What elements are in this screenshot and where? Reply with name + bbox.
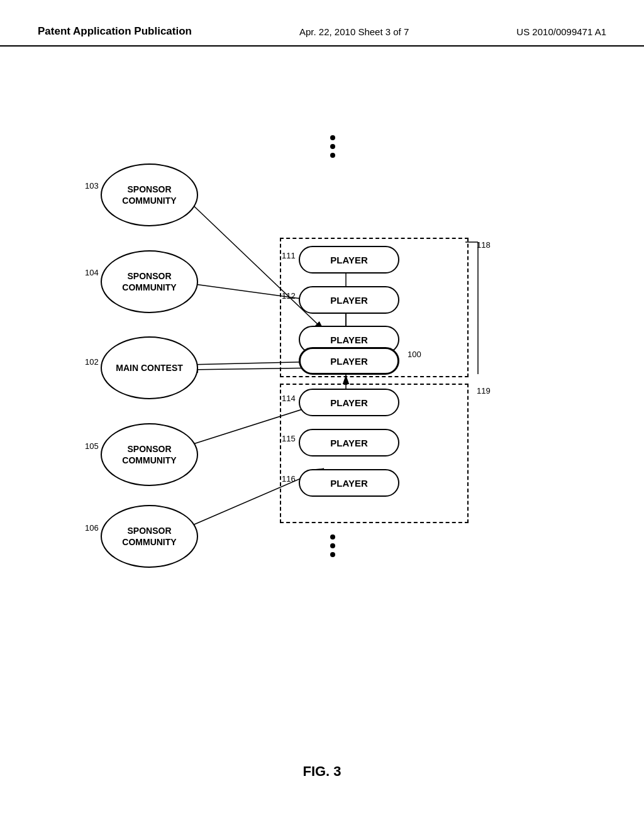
oval-sponsor-104: SPONSORCOMMUNITY [101, 250, 198, 313]
header-center: Apr. 22, 2010 Sheet 3 of 7 [299, 26, 409, 37]
dot [330, 534, 335, 540]
player-113-label: PLAYER [330, 335, 367, 345]
label-119: 119 [477, 386, 491, 396]
label-111: 111 [282, 251, 296, 260]
label-106: 106 [85, 523, 99, 533]
label-104: 104 [85, 268, 99, 277]
player-114-label: PLAYER [330, 397, 367, 408]
dots-bottom [330, 534, 335, 557]
label-114: 114 [282, 394, 296, 403]
player-box-111: PLAYER [299, 246, 399, 274]
oval-103-label: SPONSORCOMMUNITY [122, 184, 176, 206]
page: Patent Application Publication Apr. 22, … [0, 0, 644, 830]
player-box-115: PLAYER [299, 429, 399, 456]
dot [330, 153, 335, 158]
dot [330, 543, 335, 548]
header-right: US 2010/0099471 A1 [516, 26, 606, 37]
dots-top [330, 135, 335, 158]
oval-102-label: MAIN CONTEST [116, 362, 183, 374]
dot [330, 135, 335, 140]
label-116: 116 [282, 474, 296, 484]
oval-sponsor-106: SPONSORCOMMUNITY [101, 505, 198, 568]
label-115: 115 [282, 434, 296, 443]
label-105: 105 [85, 441, 99, 451]
oval-sponsor-105: SPONSORCOMMUNITY [101, 423, 198, 486]
oval-104-label: SPONSORCOMMUNITY [122, 270, 176, 293]
dot [330, 552, 335, 557]
fig-caption: FIG. 3 [0, 763, 644, 780]
dot [330, 144, 335, 149]
player-box-116: PLAYER [299, 469, 399, 497]
player-box-114: PLAYER [299, 389, 399, 416]
label-103: 103 [85, 181, 99, 191]
diagram: SPONSORCOMMUNITY 103 SPONSORCOMMUNITY 10… [38, 75, 606, 729]
label-102: 102 [85, 357, 99, 367]
label-118: 118 [477, 240, 491, 250]
player-box-100: PLAYER [299, 347, 399, 375]
player-116-label: PLAYER [330, 478, 367, 489]
label-100: 100 [408, 350, 421, 359]
oval-main-contest: MAIN CONTEST [101, 336, 198, 399]
label-112: 112 [282, 291, 296, 301]
player-115-label: PLAYER [330, 438, 367, 448]
player-box-112: PLAYER [299, 286, 399, 314]
oval-105-label: SPONSORCOMMUNITY [122, 443, 176, 466]
header: Patent Application Publication Apr. 22, … [0, 25, 644, 47]
player-112-label: PLAYER [330, 295, 367, 306]
oval-106-label: SPONSORCOMMUNITY [122, 525, 176, 548]
header-left: Patent Application Publication [38, 25, 192, 38]
player-100-label: PLAYER [330, 356, 367, 367]
oval-sponsor-103: SPONSORCOMMUNITY [101, 163, 198, 226]
player-111-label: PLAYER [330, 255, 367, 265]
